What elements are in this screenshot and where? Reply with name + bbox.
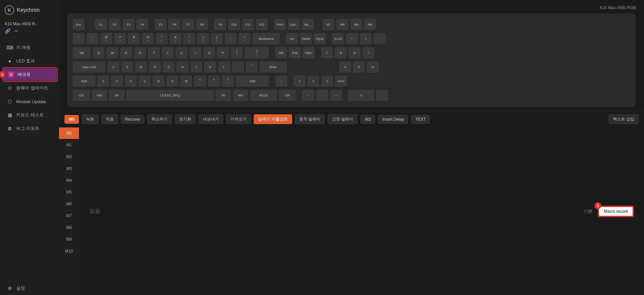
key-np-div[interactable]: ÷ [346,33,358,45]
key-e[interactable]: E [120,47,132,59]
key-quote[interactable]: "' [246,61,258,73]
key-shift-left[interactable]: Shift [73,76,95,88]
key-backspace[interactable]: Backspace [252,33,280,45]
key-tilde[interactable]: ~` [73,33,85,45]
sidebar-item-firmware[interactable]: ⊙ 펌웨어 업데이트 [2,82,57,94]
macro-item-m7[interactable]: M7 [59,210,79,222]
key-p[interactable]: P [217,47,229,59]
key-f4[interactable]: F4 [136,19,148,31]
key-mo3[interactable]: MO(3) [250,90,277,102]
key-nlck[interactable]: N.Lck [332,33,344,45]
key-np8[interactable]: 8 [335,47,347,59]
key-m8[interactable]: M8 [336,19,348,31]
key-c[interactable]: C [125,76,137,88]
delay-nonuniform-button[interactable]: 딜레이 비활성화 [254,114,292,124]
key-left[interactable]: ← [302,90,314,102]
key-slash[interactable]: ?/ [222,76,234,88]
key-i[interactable]: I [189,47,201,59]
key-np-plus[interactable]: + [362,47,374,59]
key-mo[interactable]: Mo... [302,19,314,31]
key-shift-right[interactable]: Shift [235,76,269,88]
link-icon[interactable]: 🔗 [5,28,10,34]
key-np7[interactable]: 7 [321,47,333,59]
macro-item-m3[interactable]: M3 [59,163,79,175]
macro-record-button[interactable]: Macro record [598,206,633,216]
key-a[interactable]: A [107,61,119,73]
key-6[interactable]: ^6 [156,33,168,45]
key-f1[interactable]: F1 [95,19,107,31]
key-end[interactable]: End [289,47,301,59]
text-insert-button[interactable]: 텍스트 삽입 [609,114,639,124]
key-7[interactable]: &7 [169,33,181,45]
key-esc[interactable]: Esc [73,19,85,31]
key-right[interactable]: → [330,90,342,102]
key-d[interactable]: D [135,61,147,73]
key-4[interactable]: $4 [128,33,140,45]
key-np2[interactable]: 2 [307,76,319,88]
macro-item-m0[interactable]: M0 [59,127,79,139]
macro-item-m5[interactable]: M5 [59,186,79,198]
key-f6[interactable]: F6 [168,19,180,31]
key-semicolon[interactable]: :; [232,61,244,73]
key-equals[interactable]: += [239,33,251,45]
recover-button[interactable]: Recover [121,115,145,124]
key-np6[interactable]: 6 [367,61,379,73]
sidebar-item-settings[interactable]: ⚙ 설정 [2,282,57,295]
key-t[interactable]: T [148,47,160,59]
key-q[interactable]: Q [92,47,105,59]
macro-item-m6[interactable]: M6 [59,198,79,210]
key-up[interactable]: ↑ [275,76,287,88]
apply-button[interactable]: 적용 [101,114,118,124]
key-m9[interactable]: M9 [350,19,362,31]
key-u[interactable]: U [175,47,188,59]
export-button[interactable]: 내보내기 [198,114,223,124]
key-np-minus[interactable]: - [373,33,386,45]
key-alt-left[interactable]: Alt [109,90,124,102]
key-f12[interactable]: F12 [256,19,268,31]
key-m[interactable]: M [180,76,192,88]
key-5[interactable]: %5 [142,33,154,45]
macro-item-m1[interactable]: M1 [59,139,79,151]
key-f2[interactable]: F2 [109,19,121,31]
sidebar-item-module-update[interactable]: ⬡ Module Update [2,95,57,108]
key-f9[interactable]: F9 [214,19,226,31]
key-f11[interactable]: F11 [242,19,254,31]
text-button[interactable]: TEXT [411,115,430,124]
sidebar-item-macro[interactable]: M 매크로 [3,68,57,81]
key-cortana[interactable]: Cort... [288,19,300,31]
key-np3[interactable]: 3 [321,76,333,88]
key-r[interactable]: R [134,47,146,59]
delay-dynamic-button[interactable]: 동적 딜레이 [295,114,325,124]
sidebar-item-bug-report[interactable]: ✿ 버그 리포트 [2,122,57,135]
key-np0[interactable]: 0 [348,90,374,102]
key-k[interactable]: K [204,61,216,73]
macro-item-m10[interactable]: M10 [59,245,79,257]
key-minus[interactable]: _- [225,33,237,45]
key-np9[interactable]: 9 [348,47,361,59]
sidebar-item-led-effect[interactable]: ● LED 효과 [2,55,57,67]
key-pgup[interactable]: PgUp [314,33,326,45]
key-np-dot[interactable]: . [376,90,388,102]
macro-item-m2[interactable]: M2 [59,151,79,163]
key-z[interactable]: Z [97,76,109,88]
macro-item-m4[interactable]: M4 [59,175,79,186]
macro-m0-button[interactable]: M0 [64,115,79,124]
key-m7[interactable]: M7 [323,19,335,31]
key-0[interactable]: )0 [211,33,223,45]
key-b[interactable]: B [152,76,165,88]
key-9[interactable]: (9 [197,33,209,45]
key-8[interactable]: *8 [183,33,195,45]
key-x[interactable]: X [111,76,123,88]
key-capslock[interactable]: Caps Lock [73,61,106,73]
key-j[interactable]: J [190,61,202,73]
key-1[interactable]: !1 [86,33,99,45]
edit-icon[interactable]: ✏ [15,28,19,34]
key-m9b[interactable]: M9 [364,19,376,31]
key-del[interactable]: Del [275,47,287,59]
key-f5[interactable]: F5 [155,19,167,31]
reset-button[interactable]: 초기화 [175,114,196,124]
delay-fixed-button[interactable]: 고정 딜레이 [328,114,358,124]
import-button[interactable]: 가져오기 [226,114,251,124]
key-ins[interactable]: Ins [286,33,298,45]
key-np1[interactable]: 1 [293,76,306,88]
